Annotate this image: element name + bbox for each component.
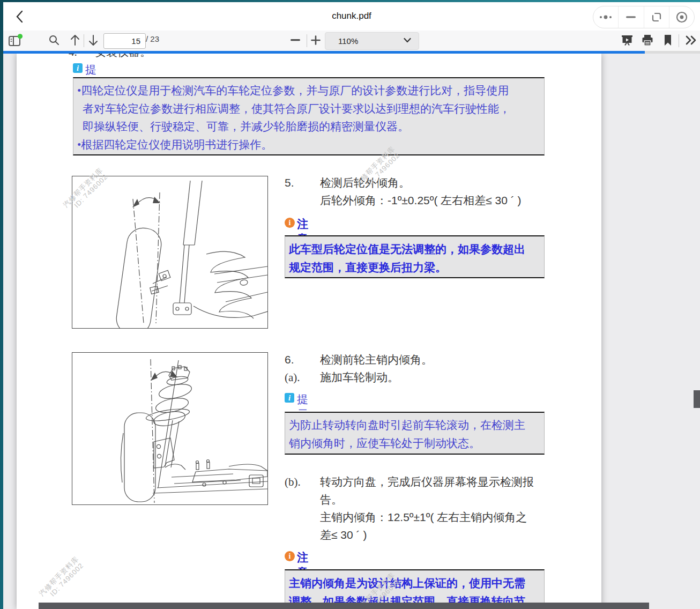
window-frame-top	[0, 0, 700, 2]
tip-box-line: 者对车轮定位参数进行相应调整，使其符合原厂设计要求以达到理想的汽车行驶性能，	[73, 100, 544, 118]
plus-icon	[311, 35, 321, 45]
notice-box-line: 规定范围，直接更换后扭力梁。	[285, 258, 544, 277]
figure-rear-camber-diagram	[72, 176, 268, 329]
tip-box-line: 为防止转动转向盘时引起前车轮滚动，在检测主	[285, 417, 544, 435]
presentation-screen-icon	[621, 34, 634, 47]
info-notice-icon: i	[285, 218, 295, 228]
step-item: 4. 安装仪器。	[69, 54, 151, 58]
chevron-down-icon	[404, 38, 411, 43]
arrow-down-icon	[88, 34, 99, 47]
page-number-input[interactable]	[103, 33, 146, 49]
window-frame-left	[0, 0, 3, 609]
more-dots-icon	[599, 14, 613, 20]
info-glyph: i	[289, 552, 291, 560]
info-tip-icon: i	[285, 393, 294, 403]
notice-box: 此车型后轮定位值是无法调整的，如果参数超出 规定范围，直接更换后扭力梁。	[285, 235, 545, 278]
info-glyph: i	[289, 219, 291, 227]
loading-progress-fill	[3, 51, 645, 54]
step-title: 检测前轮主销内倾角。	[320, 353, 433, 366]
tip-box: •四轮定位仪是用于检测汽车的车轮定位参数，并与原厂的设计参数进行比对，指导使用 …	[73, 77, 545, 155]
pdf-viewport[interactable]: 4. 安装仪器。 i 提示: •四轮定位仪是用于检测汽车的车轮定位参数，并与原厂…	[3, 54, 700, 609]
restore-button[interactable]	[644, 6, 669, 28]
toolbar-separator	[84, 34, 84, 47]
spec-text: 后轮外倾角：-1º±0.25º( 左右相差≤ 30 ´ )	[320, 194, 522, 207]
toolbar-separator	[307, 34, 307, 47]
pdf-toolbar: / 23 110%	[3, 31, 700, 51]
record-button[interactable]	[669, 6, 694, 28]
sidebar-toggle-button[interactable]	[8, 34, 24, 48]
arrow-up-icon	[70, 34, 80, 47]
notice-box-line: 此车型后轮定位值是无法调整的，如果参数超出	[285, 240, 544, 258]
step-number: 4.	[69, 54, 77, 58]
title-bar: chunk.pdf	[3, 2, 700, 31]
substep-text-line: 转动方向盘，完成后仪器屏幕将显示检测报	[320, 476, 534, 488]
substep-text-line: 告。	[320, 493, 342, 506]
info-glyph: i	[77, 64, 79, 72]
minus-icon	[291, 39, 300, 41]
substep-letter: (b).	[285, 476, 301, 488]
sidebar-panel-icon	[8, 34, 23, 48]
tip-box-line: 销内倾角时，应使车轮处于制动状态。	[285, 435, 544, 453]
minimize-icon	[626, 16, 636, 19]
figure-front-kingpin-diagram	[72, 352, 268, 505]
page-count-label: / 23	[146, 34, 159, 43]
browser-window: { "window": { "title": "chunk.pdf" }, "t…	[0, 0, 700, 609]
more-tools-button[interactable]	[683, 33, 699, 47]
printer-icon	[641, 34, 654, 47]
vertical-scrollbar-thumb[interactable]	[694, 390, 700, 408]
minimize-button[interactable]	[618, 6, 643, 28]
record-circle-icon	[675, 11, 688, 24]
tip-box: 为防止转动转向盘时引起前车轮滚动，在检测主 销内倾角时，应使车轮处于制动状态。	[285, 412, 545, 455]
search-button[interactable]	[47, 33, 61, 47]
zoom-in-button[interactable]	[309, 33, 323, 47]
print-button[interactable]	[640, 33, 655, 47]
bookmark-button[interactable]	[661, 33, 674, 47]
tip-box-line: •四轮定位仪是用于检测汽车的车轮定位参数，并与原厂的设计参数进行比对，指导使用	[73, 82, 544, 100]
zoom-out-button[interactable]	[288, 33, 302, 47]
toolbar-separator	[679, 34, 679, 47]
info-tip-icon: i	[73, 63, 83, 73]
info-notice-icon: i	[285, 551, 295, 561]
restore-window-icon	[651, 11, 662, 23]
floating-bottom-toolbar[interactable]	[39, 603, 649, 609]
info-glyph: i	[288, 393, 291, 402]
next-page-button[interactable]	[86, 33, 100, 48]
bookmark-icon	[664, 34, 672, 46]
tip-box-line: 即操纵轻便、行驶稳定、可靠，并减少轮胎磨损的精密测量仪器。	[73, 118, 544, 136]
substep-letter: (a).	[285, 371, 300, 384]
double-chevron-right-icon	[684, 35, 697, 46]
step-number: 5.	[285, 176, 294, 189]
notice-box-line: 主销内倾角是为设计结构上保证的，使用中无需	[285, 574, 544, 592]
watermark: 汽修帮手资料库 ID: 7496002	[38, 555, 86, 604]
tip-box-line: •根据四轮定位仪使用说明书进行操作。	[73, 136, 544, 154]
pdf-page: 4. 安装仪器。 i 提示: •四轮定位仪是用于检测汽车的车轮定位参数，并与原厂…	[17, 54, 601, 609]
substep-text: 施加车轮制动。	[320, 371, 399, 384]
window-controls	[593, 6, 695, 28]
presentation-mode-button[interactable]	[620, 33, 635, 47]
spec-text-line: 主销内倾角：12.5º±1º( 左右主销内倾角之	[320, 511, 527, 524]
loading-progress-track	[3, 51, 700, 54]
search-icon	[48, 34, 60, 46]
more-options-button[interactable]	[593, 6, 618, 28]
step-text: 安装仪器。	[95, 54, 151, 58]
spec-text-line: 差≤ 30 ´ )	[320, 529, 367, 541]
zoom-level-value: 110%	[338, 36, 358, 46]
step-number: 6.	[285, 353, 294, 366]
previous-page-button[interactable]	[68, 33, 82, 48]
zoom-level-select[interactable]: 110%	[325, 32, 419, 50]
